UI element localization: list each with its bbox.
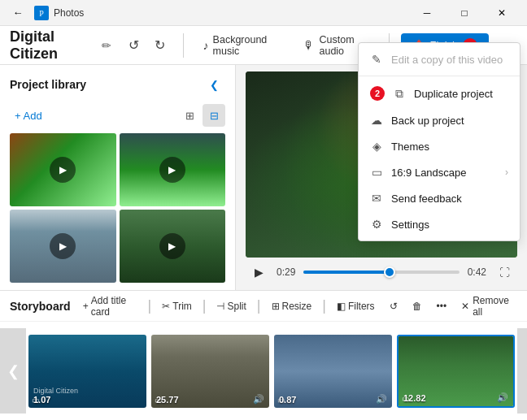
edit-copy-label: Edit a copy of this video xyxy=(391,54,508,66)
menu-item-themes[interactable]: ◈ Themes xyxy=(359,133,520,159)
audio-icon: 🎙 xyxy=(303,39,315,52)
minimize-button[interactable]: ─ xyxy=(408,0,446,26)
back-icon: ← xyxy=(13,6,24,19)
menu-item-settings[interactable]: ⚙ Settings xyxy=(359,211,520,237)
view-toggle-group: ⊞ ⊟ xyxy=(178,104,225,127)
fullscreen-button[interactable]: ⛶ xyxy=(494,262,514,282)
window-controls: ─ □ ✕ xyxy=(408,0,520,26)
delete-clip-button[interactable]: 🗑 xyxy=(407,298,428,314)
storyboard-toolbar: Storyboard + Add title card | ✂ Trim | ⊣… xyxy=(0,291,527,322)
split-label: Split xyxy=(227,301,246,312)
video-controls: ▶ 0:29 0:42 ⛶ xyxy=(246,258,517,284)
menu-item-landscape[interactable]: ▭ 16:9 Landscape › xyxy=(359,159,520,185)
filters-button[interactable]: ◧ Filters xyxy=(331,298,381,314)
app-title-bar: Photos xyxy=(54,7,84,19)
separator: | xyxy=(257,297,261,314)
clip-duration: 12.82 xyxy=(403,393,426,403)
audio-icon: 🔊 xyxy=(253,394,264,405)
add-media-button[interactable]: + Add xyxy=(10,106,47,125)
clip-duration: 0.87 xyxy=(279,395,296,405)
remove-all-button[interactable]: ✕ Remove all xyxy=(455,292,517,320)
progress-bar[interactable] xyxy=(303,271,459,274)
menu-separator xyxy=(359,76,520,76)
delete-icon: 🗑 xyxy=(412,301,422,312)
project-title: Digital Citizen xyxy=(10,28,90,63)
play-overlay: ▶ xyxy=(50,233,76,259)
filters-label: Filters xyxy=(348,301,375,312)
edit-title-button[interactable]: ✏ xyxy=(97,34,115,57)
separator: | xyxy=(148,297,152,314)
edit-copy-icon: ✎ xyxy=(370,53,383,66)
menu-item-backup[interactable]: ☁ Back up project xyxy=(359,107,520,133)
project-library-panel: Project library ❮ + Add ⊞ ⊟ ▶ ▶ xyxy=(0,65,236,290)
media-item[interactable]: ▶ xyxy=(120,210,226,283)
play-overlay: ▶ xyxy=(50,157,76,183)
split-icon: ⊣ xyxy=(216,301,224,312)
scroll-right-button[interactable]: ❯ xyxy=(517,328,527,414)
app-icon: P xyxy=(34,6,49,20)
menu-item-edit-copy: ✎ Edit a copy of this video xyxy=(359,46,520,72)
backup-label: Back up project xyxy=(391,115,508,127)
chevron-right-icon: ❯ xyxy=(525,362,528,380)
undo-button[interactable]: ↺ xyxy=(123,34,146,57)
clip-4[interactable]: ▭ 12.82 🔊 xyxy=(397,335,515,408)
resize-icon: ⊞ xyxy=(272,301,280,312)
landscape-icon: ▭ xyxy=(370,166,383,179)
redo-button[interactable]: ↻ xyxy=(149,34,172,57)
fullscreen-icon: ⛶ xyxy=(499,266,510,279)
split-button[interactable]: ⊣ Split xyxy=(211,298,251,314)
clip-more-button[interactable]: ••• xyxy=(431,298,453,314)
svg-text:P: P xyxy=(39,9,44,18)
clip-duration: 25.77 xyxy=(156,395,179,405)
collapse-icon: ❮ xyxy=(210,79,219,91)
maximize-button[interactable]: □ xyxy=(446,0,483,26)
add-title-icon: + xyxy=(83,301,89,312)
panel-title: Project library xyxy=(10,78,86,91)
panel-collapse-button[interactable]: ❮ xyxy=(203,73,225,96)
storyboard-title: Storyboard xyxy=(10,300,71,313)
menu-item-duplicate[interactable]: 2 ⧉ Duplicate project xyxy=(359,80,520,107)
dropdown-menu: ✎ Edit a copy of this video 2 ⧉ Duplicat… xyxy=(358,42,520,241)
clip-1[interactable]: ▭ Digital Citizen 1.07 xyxy=(28,335,146,408)
media-item[interactable]: ▶ xyxy=(10,133,116,206)
play-icon: ▶ xyxy=(255,266,264,279)
grid-view-button-1[interactable]: ⊞ xyxy=(178,104,201,127)
media-item[interactable]: ▶ xyxy=(120,133,226,206)
play-overlay: ▶ xyxy=(159,233,185,259)
trim-icon: ✂ xyxy=(162,301,170,312)
menu-item-feedback[interactable]: ✉ Send feedback xyxy=(359,185,520,211)
progress-thumb[interactable] xyxy=(384,266,395,278)
audio-icon: 🔊 xyxy=(376,394,387,405)
undo-clip-button[interactable]: ↺ xyxy=(384,298,403,314)
back-button[interactable]: ← xyxy=(7,2,29,24)
total-time: 0:42 xyxy=(468,266,486,278)
resize-button[interactable]: ⊞ Resize xyxy=(266,298,318,314)
storyboard-clips: ❮ ▭ Digital Citizen 1.07 ▭ 25.77 🔊 ▭ 0.8… xyxy=(0,322,527,420)
trim-button[interactable]: ✂ Trim xyxy=(156,298,198,314)
remove-x-icon: ✕ xyxy=(461,301,469,312)
media-item[interactable]: ▶ xyxy=(10,210,116,283)
audio-icon: 🔊 xyxy=(497,392,508,403)
clip-watermark: Digital Citizen xyxy=(33,387,78,395)
duplicate-icon: ⧉ xyxy=(393,87,406,101)
scroll-left-button[interactable]: ❮ xyxy=(0,328,26,414)
music-icon: ♪ xyxy=(203,39,209,52)
clip-3[interactable]: ▭ 0.87 🔊 xyxy=(274,335,392,408)
play-overlay: ▶ xyxy=(159,157,185,183)
duplicate-label: Duplicate project xyxy=(414,88,508,100)
background-music-label: Background music xyxy=(213,34,281,57)
undo-icon: ↺ xyxy=(390,301,398,312)
background-music-button[interactable]: ♪ Background music xyxy=(195,30,290,61)
backup-icon: ☁ xyxy=(370,114,383,127)
clip-2[interactable]: ▭ 25.77 🔊 xyxy=(151,335,269,408)
add-title-card-button[interactable]: + Add title card xyxy=(77,292,143,320)
toolbar-separator-1 xyxy=(183,33,184,58)
separator: | xyxy=(322,297,326,314)
close-button[interactable]: ✕ xyxy=(483,0,520,26)
play-button[interactable]: ▶ xyxy=(249,262,268,282)
grid-view-button-2[interactable]: ⊟ xyxy=(203,104,225,127)
add-icon: + Add xyxy=(15,110,42,122)
themes-icon: ◈ xyxy=(370,140,383,153)
trim-label: Trim xyxy=(172,301,192,312)
feedback-label: Send feedback xyxy=(391,193,508,205)
